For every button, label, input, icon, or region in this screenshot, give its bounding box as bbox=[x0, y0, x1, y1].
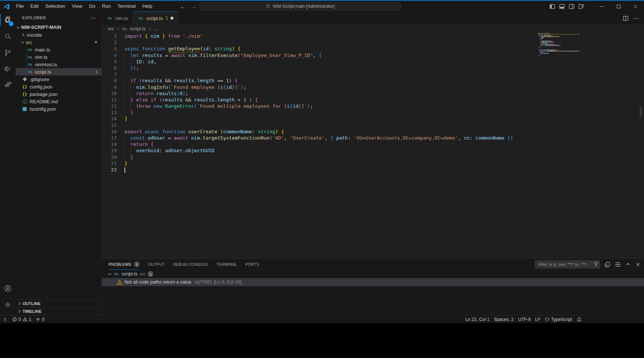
editor-more-actions-icon[interactable]: ⋯ bbox=[633, 15, 639, 22]
back-arrow-icon[interactable]: ← bbox=[180, 3, 186, 10]
menu-terminal[interactable]: Terminal bbox=[114, 1, 139, 12]
explorer-more-actions-icon[interactable]: ⋯ bbox=[91, 15, 96, 21]
explorer-activity-icon[interactable]: 1 bbox=[0, 12, 16, 28]
code-line-17[interactable]: 17const adUser = await nim.targetSystemF… bbox=[102, 135, 644, 141]
indentation[interactable]: Spaces: 2 bbox=[492, 315, 516, 324]
file-item-config-json[interactable]: {}config.json bbox=[16, 83, 102, 90]
file-item--gitignore[interactable]: .gitignore bbox=[16, 76, 102, 83]
file-item-script-ts[interactable]: TSscript.ts1 bbox=[16, 68, 102, 76]
code-line-12[interactable]: 12throw new RangeError(`Found multiple e… bbox=[102, 103, 644, 109]
dirty-dot-icon[interactable] bbox=[170, 17, 173, 20]
file-item-src[interactable]: src bbox=[16, 39, 102, 46]
language-mode[interactable]: TypeScript bbox=[542, 315, 574, 324]
file-item-main-ts[interactable]: TSmain.ts bbox=[16, 46, 102, 53]
settings-gear-icon[interactable] bbox=[0, 297, 16, 313]
code-editor[interactable]: 1import { nim } from './nim'23async func… bbox=[102, 33, 644, 258]
line-number: 22 bbox=[102, 167, 117, 173]
code-line-11[interactable]: 11} else if (results && results.length >… bbox=[102, 97, 644, 103]
menu-edit[interactable]: Edit bbox=[27, 1, 42, 12]
menu-view[interactable]: View bbox=[69, 1, 86, 12]
tab-output[interactable]: OUTPUT bbox=[148, 259, 165, 270]
code-line-7[interactable]: 7 bbox=[102, 71, 644, 77]
run-debug-activity-icon[interactable] bbox=[0, 61, 16, 77]
line-number: 3 bbox=[102, 46, 117, 52]
remote-indicator[interactable] bbox=[0, 315, 10, 324]
code-line-10[interactable]: 10return results[0]; bbox=[102, 90, 644, 97]
close-button[interactable] bbox=[627, 1, 644, 12]
toggle-sidebar-icon[interactable] bbox=[550, 4, 555, 9]
problems-filter-input[interactable] bbox=[535, 260, 600, 268]
notifications-bell-icon[interactable] bbox=[574, 315, 584, 324]
source-control-activity-icon[interactable] bbox=[0, 44, 16, 61]
outline-section[interactable]: OUTLINE bbox=[16, 300, 102, 307]
problems-file-group[interactable]: TS script.ts src 1 bbox=[102, 270, 644, 278]
tab-debug-console[interactable]: DEBUG CONSOLE bbox=[173, 259, 208, 270]
vscode-logo-icon[interactable] bbox=[0, 3, 13, 10]
maximize-button[interactable] bbox=[610, 1, 627, 12]
code-line-18[interactable]: 18return { bbox=[102, 141, 644, 147]
code-line-5[interactable]: 5ID: id, bbox=[102, 58, 644, 65]
menu-help[interactable]: Help bbox=[139, 1, 156, 12]
code-line-15[interactable]: 15 bbox=[102, 122, 644, 128]
tab-problem-badge: 1 bbox=[165, 16, 168, 21]
collapse-all-icon[interactable] bbox=[615, 262, 621, 267]
tab-script-ts[interactable]: TS script.ts 1 bbox=[133, 12, 178, 25]
view-as-table-icon[interactable] bbox=[605, 262, 610, 267]
tab-ports[interactable]: PORTS bbox=[245, 259, 259, 270]
breadcrumb-src[interactable]: src bbox=[108, 26, 114, 31]
split-editor-icon[interactable] bbox=[623, 16, 628, 21]
file-item-readme-md[interactable]: iREADME.md bbox=[16, 98, 102, 105]
file-item--vscode[interactable]: .vscode bbox=[16, 31, 102, 39]
timeline-section[interactable]: TIMELINE bbox=[16, 307, 102, 315]
toggle-panel-icon[interactable] bbox=[559, 4, 565, 9]
editor-scrollbar[interactable] bbox=[640, 107, 642, 117]
tab-nim-ts[interactable]: TS nim.ts bbox=[102, 12, 133, 25]
code-line-8[interactable]: 8if (results && results.length == 1) { bbox=[102, 77, 644, 84]
accounts-icon[interactable] bbox=[0, 280, 16, 297]
close-panel-icon[interactable] bbox=[635, 262, 640, 267]
eol-sequence[interactable]: LF bbox=[533, 315, 542, 324]
code-line-9[interactable]: 9nim.logInfo(`Found employee [${id}]`); bbox=[102, 84, 644, 90]
command-center-search[interactable]: NIM-Script-main [Administrator] bbox=[200, 2, 401, 10]
problem-row[interactable]: Not all code paths return a value. ts(70… bbox=[102, 278, 644, 286]
minimize-button[interactable] bbox=[593, 1, 610, 12]
forward-arrow-icon[interactable]: → bbox=[191, 3, 196, 10]
breadcrumb-symbol[interactable]: … bbox=[153, 26, 158, 31]
extensions-activity-icon[interactable] bbox=[0, 77, 16, 93]
search-text: NIM-Script-main [Administrator] bbox=[273, 4, 335, 9]
menu-run[interactable]: Run bbox=[99, 1, 114, 12]
code-line-19[interactable]: 19userGuid: adUser.objectGUID bbox=[102, 147, 644, 154]
encoding[interactable]: UTF-8 bbox=[516, 315, 533, 324]
problems-status[interactable]: 0 1 bbox=[10, 315, 33, 324]
readme-info-icon: i bbox=[21, 99, 28, 104]
code-line-16[interactable]: 16export async function userCreate (comm… bbox=[102, 128, 644, 135]
menu-selection[interactable]: Selection bbox=[42, 1, 68, 12]
code-line-21[interactable]: 21} bbox=[102, 160, 644, 167]
minimap[interactable] bbox=[538, 33, 580, 54]
menu-file[interactable]: File bbox=[13, 1, 27, 12]
chevron-right-icon bbox=[148, 27, 151, 30]
code-line-14[interactable]: 14} bbox=[102, 116, 644, 122]
toggle-secondary-sidebar-icon[interactable] bbox=[569, 4, 574, 9]
tab-terminal[interactable]: TERMINAL bbox=[216, 259, 237, 270]
activity-bar: 1 bbox=[0, 12, 16, 315]
code-line-13[interactable]: 13} bbox=[102, 109, 644, 116]
file-label: config.json bbox=[30, 84, 52, 90]
maximize-panel-chevron-icon[interactable] bbox=[625, 262, 631, 267]
file-item-nim-ts[interactable]: TSnim.ts bbox=[16, 53, 102, 61]
file-label: tsconfig.json bbox=[30, 106, 56, 112]
tab-problems[interactable]: PROBLEMS 1 bbox=[109, 259, 140, 270]
search-activity-icon[interactable] bbox=[0, 28, 16, 44]
file-item-tsconfig-json[interactable]: tsconfig.json bbox=[16, 105, 102, 113]
workspace-root-folder[interactable]: NIM-SCRIPT-MAIN bbox=[16, 24, 102, 31]
ports-status[interactable]: 0 bbox=[33, 315, 47, 324]
menu-go[interactable]: Go bbox=[86, 1, 99, 12]
breadcrumb-file[interactable]: script.ts bbox=[130, 26, 146, 31]
code-line-20[interactable]: 20} bbox=[102, 154, 644, 160]
code-line-6[interactable]: 6}); bbox=[102, 65, 644, 71]
code-line-22[interactable]: 22 bbox=[102, 167, 644, 173]
file-item-package-json[interactable]: {}package.json bbox=[16, 90, 102, 98]
file-item-nimhost-ts[interactable]: TSnimHost.ts bbox=[16, 61, 102, 68]
cursor-position[interactable]: Ln 22, Col 1 bbox=[463, 315, 492, 324]
customize-layout-icon[interactable] bbox=[578, 4, 584, 9]
